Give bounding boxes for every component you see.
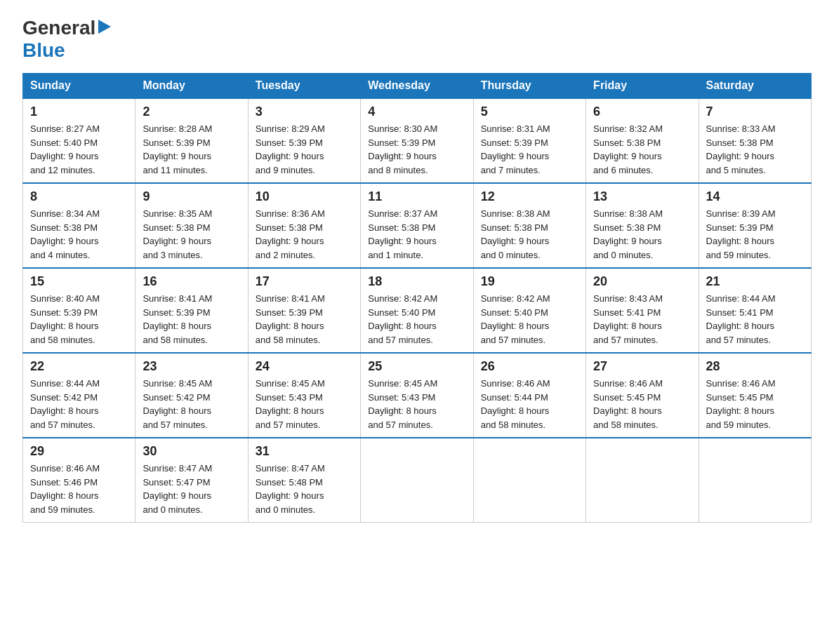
calendar-cell: 28Sunrise: 8:46 AMSunset: 5:45 PMDayligh… bbox=[699, 353, 811, 438]
calendar-cell: 15Sunrise: 8:40 AMSunset: 5:39 PMDayligh… bbox=[23, 268, 135, 353]
day-info: Sunrise: 8:36 AMSunset: 5:38 PMDaylight:… bbox=[256, 207, 353, 262]
calendar-week-3: 15Sunrise: 8:40 AMSunset: 5:39 PMDayligh… bbox=[23, 268, 812, 353]
day-number: 28 bbox=[706, 359, 804, 374]
day-number: 20 bbox=[593, 274, 691, 289]
day-info: Sunrise: 8:45 AMSunset: 5:42 PMDaylight:… bbox=[143, 377, 240, 431]
weekday-header-sunday: Sunday bbox=[23, 74, 135, 99]
calendar-cell: 13Sunrise: 8:38 AMSunset: 5:38 PMDayligh… bbox=[586, 183, 699, 268]
day-info: Sunrise: 8:43 AMSunset: 5:41 PMDaylight:… bbox=[593, 292, 691, 347]
calendar-cell: 23Sunrise: 8:45 AMSunset: 5:42 PMDayligh… bbox=[135, 353, 248, 438]
weekday-header-row: SundayMondayTuesdayWednesdayThursdayFrid… bbox=[23, 74, 812, 99]
calendar-cell: 27Sunrise: 8:46 AMSunset: 5:45 PMDayligh… bbox=[586, 353, 699, 438]
day-number: 27 bbox=[593, 359, 691, 374]
day-info: Sunrise: 8:38 AMSunset: 5:38 PMDaylight:… bbox=[593, 207, 691, 262]
calendar-cell: 9Sunrise: 8:35 AMSunset: 5:38 PMDaylight… bbox=[135, 183, 248, 268]
logo: General Blue bbox=[22, 17, 111, 62]
calendar-week-2: 8Sunrise: 8:34 AMSunset: 5:38 PMDaylight… bbox=[23, 183, 812, 268]
page-header: General Blue bbox=[22, 17, 812, 62]
day-number: 6 bbox=[593, 105, 691, 119]
calendar-cell bbox=[473, 438, 585, 523]
day-number: 11 bbox=[368, 189, 465, 204]
calendar-cell: 11Sunrise: 8:37 AMSunset: 5:38 PMDayligh… bbox=[361, 183, 473, 268]
day-number: 3 bbox=[256, 105, 353, 119]
calendar-cell: 30Sunrise: 8:47 AMSunset: 5:47 PMDayligh… bbox=[135, 438, 248, 523]
day-number: 14 bbox=[706, 189, 804, 204]
calendar-cell bbox=[361, 438, 473, 523]
day-info: Sunrise: 8:41 AMSunset: 5:39 PMDaylight:… bbox=[143, 292, 240, 347]
calendar-cell: 12Sunrise: 8:38 AMSunset: 5:38 PMDayligh… bbox=[473, 183, 585, 268]
day-number: 26 bbox=[481, 359, 578, 374]
calendar-cell: 1Sunrise: 8:27 AMSunset: 5:40 PMDaylight… bbox=[23, 98, 135, 183]
day-number: 17 bbox=[256, 274, 353, 289]
calendar-cell: 2Sunrise: 8:28 AMSunset: 5:39 PMDaylight… bbox=[135, 98, 248, 183]
day-number: 25 bbox=[368, 359, 465, 374]
day-info: Sunrise: 8:27 AMSunset: 5:40 PMDaylight:… bbox=[30, 122, 128, 177]
weekday-header-friday: Friday bbox=[586, 74, 699, 99]
day-info: Sunrise: 8:35 AMSunset: 5:38 PMDaylight:… bbox=[143, 207, 240, 262]
calendar-cell: 22Sunrise: 8:44 AMSunset: 5:42 PMDayligh… bbox=[23, 353, 135, 438]
day-info: Sunrise: 8:45 AMSunset: 5:43 PMDaylight:… bbox=[368, 377, 465, 431]
calendar-cell: 21Sunrise: 8:44 AMSunset: 5:41 PMDayligh… bbox=[699, 268, 811, 353]
day-info: Sunrise: 8:42 AMSunset: 5:40 PMDaylight:… bbox=[368, 292, 465, 347]
calendar-cell: 4Sunrise: 8:30 AMSunset: 5:39 PMDaylight… bbox=[361, 98, 473, 183]
day-info: Sunrise: 8:37 AMSunset: 5:38 PMDaylight:… bbox=[368, 207, 465, 262]
weekday-header-saturday: Saturday bbox=[699, 74, 811, 99]
day-number: 19 bbox=[481, 274, 578, 289]
day-info: Sunrise: 8:41 AMSunset: 5:39 PMDaylight:… bbox=[256, 292, 353, 347]
day-info: Sunrise: 8:30 AMSunset: 5:39 PMDaylight:… bbox=[368, 122, 465, 177]
calendar-cell: 5Sunrise: 8:31 AMSunset: 5:39 PMDaylight… bbox=[473, 98, 585, 183]
day-info: Sunrise: 8:40 AMSunset: 5:39 PMDaylight:… bbox=[30, 292, 128, 347]
calendar-cell: 26Sunrise: 8:46 AMSunset: 5:44 PMDayligh… bbox=[473, 353, 585, 438]
day-number: 4 bbox=[368, 105, 465, 119]
day-number: 23 bbox=[143, 359, 240, 374]
calendar-cell: 31Sunrise: 8:47 AMSunset: 5:48 PMDayligh… bbox=[248, 438, 360, 523]
day-info: Sunrise: 8:39 AMSunset: 5:39 PMDaylight:… bbox=[706, 207, 804, 262]
day-number: 18 bbox=[368, 274, 465, 289]
day-info: Sunrise: 8:32 AMSunset: 5:38 PMDaylight:… bbox=[593, 122, 691, 177]
logo-blue-text: Blue bbox=[22, 39, 65, 61]
day-info: Sunrise: 8:46 AMSunset: 5:45 PMDaylight:… bbox=[706, 377, 804, 431]
day-number: 13 bbox=[593, 189, 691, 204]
calendar-cell: 14Sunrise: 8:39 AMSunset: 5:39 PMDayligh… bbox=[699, 183, 811, 268]
day-info: Sunrise: 8:45 AMSunset: 5:43 PMDaylight:… bbox=[256, 377, 353, 431]
calendar-cell bbox=[699, 438, 811, 523]
day-number: 5 bbox=[481, 105, 578, 119]
logo-arrow-icon bbox=[98, 20, 111, 36]
day-number: 30 bbox=[143, 444, 240, 459]
day-number: 29 bbox=[30, 444, 128, 459]
day-number: 24 bbox=[256, 359, 353, 374]
calendar-cell: 29Sunrise: 8:46 AMSunset: 5:46 PMDayligh… bbox=[23, 438, 135, 523]
day-number: 10 bbox=[256, 189, 353, 204]
day-info: Sunrise: 8:44 AMSunset: 5:42 PMDaylight:… bbox=[30, 377, 128, 431]
calendar-cell: 19Sunrise: 8:42 AMSunset: 5:40 PMDayligh… bbox=[473, 268, 585, 353]
calendar-week-4: 22Sunrise: 8:44 AMSunset: 5:42 PMDayligh… bbox=[23, 353, 812, 438]
calendar-cell: 17Sunrise: 8:41 AMSunset: 5:39 PMDayligh… bbox=[248, 268, 360, 353]
day-number: 12 bbox=[481, 189, 578, 204]
day-number: 21 bbox=[706, 274, 804, 289]
day-info: Sunrise: 8:31 AMSunset: 5:39 PMDaylight:… bbox=[481, 122, 578, 177]
calendar-cell: 24Sunrise: 8:45 AMSunset: 5:43 PMDayligh… bbox=[248, 353, 360, 438]
day-number: 1 bbox=[30, 105, 128, 119]
day-info: Sunrise: 8:29 AMSunset: 5:39 PMDaylight:… bbox=[256, 122, 353, 177]
svg-marker-0 bbox=[98, 20, 111, 34]
calendar-week-5: 29Sunrise: 8:46 AMSunset: 5:46 PMDayligh… bbox=[23, 438, 812, 523]
day-number: 7 bbox=[706, 105, 804, 119]
day-number: 22 bbox=[30, 359, 128, 374]
calendar-cell: 16Sunrise: 8:41 AMSunset: 5:39 PMDayligh… bbox=[135, 268, 248, 353]
day-info: Sunrise: 8:47 AMSunset: 5:48 PMDaylight:… bbox=[256, 462, 353, 516]
day-info: Sunrise: 8:44 AMSunset: 5:41 PMDaylight:… bbox=[706, 292, 804, 347]
day-info: Sunrise: 8:47 AMSunset: 5:47 PMDaylight:… bbox=[143, 462, 240, 516]
day-info: Sunrise: 8:34 AMSunset: 5:38 PMDaylight:… bbox=[30, 207, 128, 262]
calendar-cell: 8Sunrise: 8:34 AMSunset: 5:38 PMDaylight… bbox=[23, 183, 135, 268]
day-info: Sunrise: 8:33 AMSunset: 5:38 PMDaylight:… bbox=[706, 122, 804, 177]
day-info: Sunrise: 8:28 AMSunset: 5:39 PMDaylight:… bbox=[143, 122, 240, 177]
day-info: Sunrise: 8:46 AMSunset: 5:44 PMDaylight:… bbox=[481, 377, 578, 431]
day-number: 2 bbox=[143, 105, 240, 119]
day-number: 15 bbox=[30, 274, 128, 289]
weekday-header-wednesday: Wednesday bbox=[361, 74, 473, 99]
calendar-cell: 25Sunrise: 8:45 AMSunset: 5:43 PMDayligh… bbox=[361, 353, 473, 438]
calendar-cell: 10Sunrise: 8:36 AMSunset: 5:38 PMDayligh… bbox=[248, 183, 360, 268]
calendar-cell: 18Sunrise: 8:42 AMSunset: 5:40 PMDayligh… bbox=[361, 268, 473, 353]
day-number: 8 bbox=[30, 189, 128, 204]
weekday-header-tuesday: Tuesday bbox=[248, 74, 360, 99]
